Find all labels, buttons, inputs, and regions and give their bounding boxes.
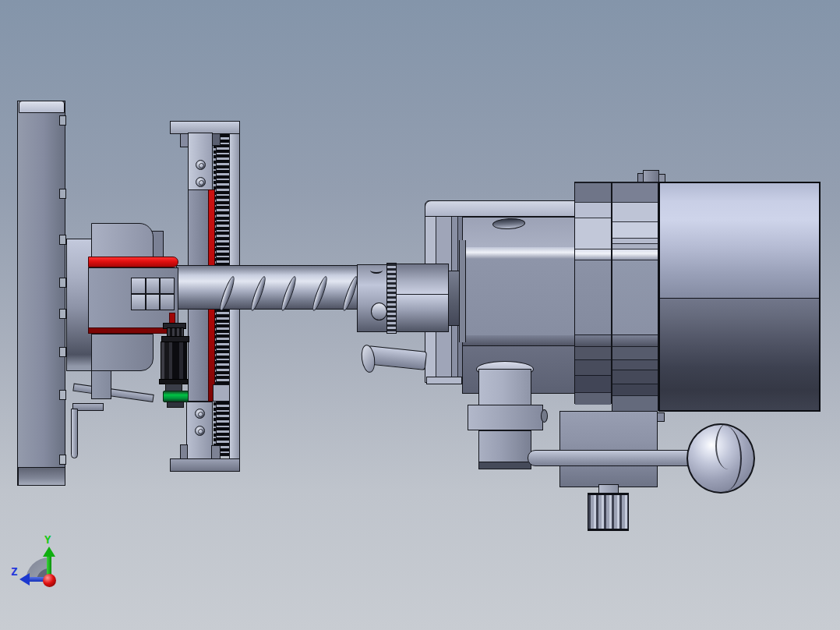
disc-top-cap — [19, 101, 65, 113]
collar-clip-mark — [370, 267, 383, 274]
housing-bracket-foot — [426, 377, 462, 384]
rack-carrier-lower[interactable] — [186, 402, 213, 461]
lever-bracket-block[interactable] — [559, 411, 658, 487]
disc-rim-notch — [59, 115, 66, 126]
y-axis-arrowhead — [43, 547, 55, 557]
lever-rod[interactable] — [528, 450, 691, 466]
carrier-screw — [195, 409, 205, 419]
post-bottom-band — [479, 462, 531, 469]
hub-slot-grid — [131, 278, 175, 310]
housing-shadow-band — [462, 335, 575, 345]
side-pin-rod[interactable] — [366, 345, 427, 370]
motor-cylinder-upper — [660, 183, 819, 298]
solenoid-body[interactable] — [161, 342, 187, 380]
housing-specular-band — [462, 247, 575, 259]
housing-main-body[interactable] — [462, 259, 575, 335]
bracket-pin[interactable] — [71, 409, 78, 458]
y-axis-label: Y — [44, 534, 51, 545]
disc-rim-notch — [59, 235, 66, 245]
handwheel-disc[interactable] — [17, 101, 65, 486]
rack-base-plate[interactable] — [170, 458, 240, 472]
carrier-screw — [196, 160, 206, 170]
disc-rim-notch — [59, 309, 66, 319]
graduated-dial-drum[interactable] — [396, 264, 449, 332]
carrier-screw — [196, 177, 206, 187]
hub-lower-block[interactable] — [91, 334, 154, 371]
collar-set-screw — [371, 303, 387, 320]
gearbox-rib-column-a[interactable] — [574, 182, 612, 404]
housing-bottom-tab-minor — [657, 412, 665, 422]
cad-viewport[interactable]: Y Z — [0, 0, 840, 630]
post-lower-cylinder[interactable] — [478, 430, 531, 469]
solenoid-tip — [167, 402, 184, 408]
motor-cylinder-lower — [660, 298, 819, 410]
motor-cylinder[interactable] — [658, 182, 821, 412]
z-axis-arrowhead — [19, 573, 30, 586]
dial-collar[interactable] — [357, 264, 390, 332]
rack-foot-tab-left — [180, 444, 188, 459]
z-axis-label: Z — [11, 566, 17, 577]
hub-red-cap — [88, 257, 178, 267]
post-upper-cylinder[interactable] — [478, 369, 531, 406]
rack-foot-tab-right — [211, 445, 221, 459]
ball-meridian-arc — [715, 423, 742, 469]
disc-rim-notch — [59, 278, 66, 288]
ball-handle[interactable] — [686, 423, 755, 494]
dial-mount-flange — [459, 240, 466, 342]
disc-rim-notch — [59, 455, 66, 465]
housing-top-tab — [643, 170, 659, 182]
disc-bottom-cap — [18, 467, 65, 486]
rack-mid-tab — [213, 384, 230, 402]
carrier-screw — [195, 426, 205, 436]
knurled-knob[interactable] — [588, 493, 629, 531]
bent-bracket-arm[interactable] — [72, 384, 154, 402]
rack-carrier-upper[interactable] — [188, 133, 213, 190]
disc-rim-notch — [59, 347, 66, 357]
housing-top-plate[interactable] — [425, 200, 575, 217]
disc-rim-notch — [59, 390, 66, 400]
dial-seam-line — [397, 294, 448, 295]
disc-rim-notch — [59, 189, 66, 199]
x-axis-origin-sphere[interactable] — [43, 574, 56, 587]
post-collar[interactable] — [468, 405, 543, 430]
worm-shaft[interactable] — [176, 265, 360, 310]
gearbox-rib-column-b[interactable] — [612, 182, 658, 411]
hub-upper-block[interactable] — [91, 223, 154, 259]
post-collar-screw — [541, 409, 548, 423]
solenoid-green-ring — [163, 391, 189, 402]
